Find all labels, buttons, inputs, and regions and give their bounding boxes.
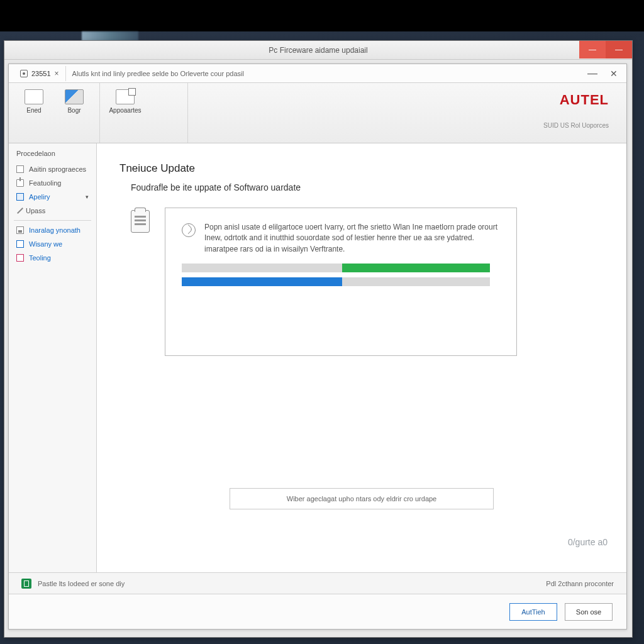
sidebar-item-progress[interactable]: Aaitin sprograeces <box>9 162 96 176</box>
parent-window-title: Pc Firceware aidame updaiail <box>4 46 632 55</box>
sidebar-item-label: Featuoling <box>29 179 61 187</box>
sidebar: Procedelaon Aaitin sprograeces Featuolin… <box>9 143 97 572</box>
hint-message: Wiber ageclagat upho ntars ody eldrir cr… <box>230 488 494 509</box>
sidebar-item-wisany[interactable]: Wisany we <box>9 237 96 251</box>
document-icon <box>16 254 24 262</box>
main-content: Tneiuce Update Foudrafle be ite uppate o… <box>97 143 626 572</box>
sidebar-item-teoling[interactable]: Teoling <box>9 251 96 265</box>
tabbar-caption: Alutls knt ind linly predlee selde bo Or… <box>72 70 244 77</box>
status-ok-icon <box>21 579 31 589</box>
page-title: Tneiuce Update <box>119 162 604 175</box>
sidebar-item-upass[interactable]: Upass <box>9 204 96 218</box>
toolbar-ened-button[interactable]: Ened <box>19 89 49 140</box>
ribbon-toolbar: Ened Bogr Appoaartes AUTEL SUID US Rol <box>9 83 626 143</box>
sidebar-item-label: Aaitin sprograeces <box>29 165 86 173</box>
status-bar: Pastle lts Iodeed er sone diy Pdl 2cthan… <box>9 572 626 594</box>
toolbar-label: Ened <box>26 107 41 114</box>
tab-label: 23551 <box>31 70 51 77</box>
apps-icon <box>116 89 135 104</box>
brand-logo: AUTEL <box>543 92 609 108</box>
globe-icon <box>20 70 28 77</box>
sidebar-item-label: Inaralag ynonath <box>29 226 80 234</box>
progress-bar-primary <box>182 277 490 286</box>
sidebar-item-report[interactable]: Inaralag ynonath <box>9 223 96 237</box>
sidebar-item-label: Upass <box>26 207 45 214</box>
monitor-icon <box>65 89 84 104</box>
parent-titlebar[interactable]: Pc Firceware aidame updaiail — — <box>4 41 632 60</box>
status-text-right: Pdl 2cthann proconter <box>546 580 614 587</box>
sidebar-item-features[interactable]: Featuoling <box>9 176 96 190</box>
sidebar-header: Procedelaon <box>9 146 96 162</box>
update-description: Popn anisl usate d elilgartoce uoert Iva… <box>204 222 500 255</box>
pin-icon <box>16 179 24 187</box>
parent-minimize-button[interactable]: — <box>579 41 606 58</box>
tab-main[interactable]: 23551 × <box>14 66 66 81</box>
progress-fill-green <box>342 264 490 272</box>
progress-counter: 0/gurte a0 <box>568 537 608 547</box>
sidebar-item-label: Wisany we <box>29 240 62 248</box>
toolbar-apps-button[interactable]: Appoaartes <box>110 89 140 140</box>
sidebar-item-label: Teoling <box>29 254 51 262</box>
sidebar-item-apeliry[interactable]: Apeliry <box>9 190 96 204</box>
updater-window: 23551 × Alutls knt ind linly predlee sel… <box>8 64 627 630</box>
tab-bar: 23551 × Alutls knt ind linly predlee sel… <box>9 64 626 83</box>
brand-subtitle: SUID US Rol Uoporces <box>543 122 609 129</box>
sync-icon <box>182 223 196 237</box>
parent-close-button[interactable]: — <box>606 41 632 58</box>
tab-close-icon[interactable]: × <box>55 69 59 78</box>
window-minimize-button[interactable]: — <box>586 68 599 79</box>
update-panel: Popn anisl usate d elilgartoce uoert Iva… <box>165 208 517 356</box>
parent-window: Pc Firceware aidame updaiail — — 23551 ×… <box>4 40 633 638</box>
clipboard-icon <box>131 210 150 233</box>
toolbar-label: Bogr <box>67 107 80 114</box>
sidebar-divider <box>14 220 91 221</box>
window-icon <box>25 89 43 104</box>
status-text-left: Pastle lts Iodeed er sone diy <box>38 580 125 587</box>
toolbar-label: Appoaartes <box>109 107 141 114</box>
sidebar-item-label: Apeliry <box>29 193 50 201</box>
document-icon <box>16 240 24 248</box>
shield-icon <box>16 193 24 201</box>
progress-bar-secondary <box>182 264 490 272</box>
progress-fill-blue <box>182 277 342 286</box>
dialog-button-row: AutTieh Son ose <box>9 594 626 629</box>
toolbar-bogr-button[interactable]: Bogr <box>59 89 89 140</box>
window-close-button[interactable]: ✕ <box>608 69 620 79</box>
page-subtitle: Foudrafle be ite uppate of Softwaro uard… <box>119 182 604 192</box>
pencil-icon <box>17 208 23 214</box>
list-icon <box>16 165 24 173</box>
chart-icon <box>16 226 24 234</box>
secondary-action-button[interactable]: Son ose <box>565 603 613 621</box>
primary-action-button[interactable]: AutTieh <box>509 603 557 621</box>
